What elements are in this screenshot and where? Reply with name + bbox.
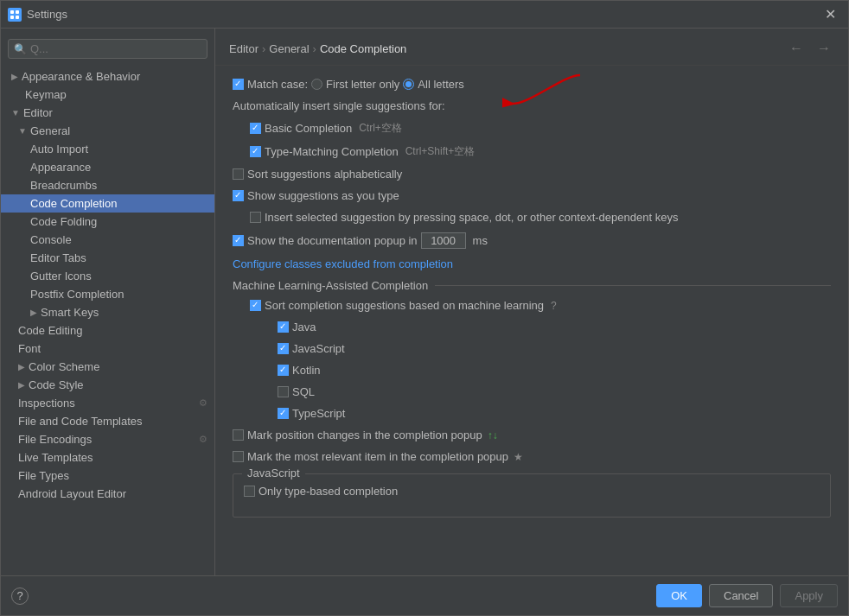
- sidebar-item-live-templates[interactable]: Live Templates: [1, 448, 214, 467]
- chevron-right-icon: ▶: [18, 362, 25, 372]
- cancel-button[interactable]: Cancel: [709, 584, 773, 607]
- search-input[interactable]: [30, 42, 201, 55]
- typescript-checkbox[interactable]: [278, 408, 289, 419]
- type-matching-label[interactable]: Type-Matching Completion: [265, 145, 399, 158]
- kotlin-row: Kotlin: [233, 364, 831, 377]
- footer-left: ?: [11, 587, 29, 605]
- sidebar-item-editor-tabs[interactable]: Editor Tabs: [1, 249, 214, 267]
- sidebar-item-editor[interactable]: ▼ Editor: [1, 104, 214, 122]
- sql-checkbox[interactable]: [278, 386, 289, 397]
- kotlin-label[interactable]: Kotlin: [292, 364, 321, 377]
- ml-section-line: [435, 285, 831, 286]
- insert-selected-checkbox[interactable]: [250, 212, 261, 223]
- popup-delay-input[interactable]: 1000: [421, 232, 466, 249]
- sidebar-item-label: Inspections: [18, 397, 75, 410]
- close-button[interactable]: ✕: [820, 4, 841, 24]
- chevron-down-icon: ▼: [18, 126, 27, 136]
- sidebar-item-keymap[interactable]: Keymap: [1, 86, 214, 104]
- javascript-label[interactable]: JavaScript: [292, 342, 345, 355]
- back-button[interactable]: ←: [786, 39, 807, 58]
- java-checkbox[interactable]: [278, 321, 289, 333]
- show-suggestions-row: Show suggestions as you type: [233, 189, 831, 202]
- sidebar-item-general[interactable]: ▼ General: [1, 122, 214, 140]
- sidebar-item-code-style[interactable]: ▶ Code Style: [1, 376, 214, 394]
- sidebar-item-color-scheme[interactable]: ▶ Color Scheme: [1, 358, 214, 376]
- kotlin-checkbox[interactable]: [278, 365, 289, 376]
- sidebar-item-code-editing[interactable]: Code Editing: [1, 321, 214, 340]
- basic-completion-checkbox[interactable]: [250, 123, 261, 134]
- type-matching-row: Type-Matching Completion Ctrl+Shift+空格: [233, 144, 831, 159]
- first-letter-radio[interactable]: [311, 79, 322, 90]
- sidebar-item-label: Appearance: [30, 161, 91, 174]
- sidebar-item-label: General: [30, 124, 70, 137]
- search-box[interactable]: 🔍: [8, 39, 207, 59]
- sidebar-item-code-folding[interactable]: Code Folding: [1, 213, 214, 231]
- sidebar-item-breadcrumbs[interactable]: Breadcrumbs: [1, 176, 214, 194]
- ml-section-header: Machine Learning-Assisted Completion: [233, 279, 831, 292]
- sidebar-item-file-code-templates[interactable]: File and Code Templates: [1, 412, 214, 430]
- main-body: Match case: First letter only All letter…: [215, 66, 848, 575]
- mark-relevant-label[interactable]: Mark the most relevant item in the compl…: [247, 450, 508, 463]
- breadcrumb-editor: Editor: [229, 42, 259, 55]
- configure-classes-link[interactable]: Configure classes excluded from completi…: [233, 257, 453, 270]
- sidebar-item-label: Code Completion: [30, 197, 117, 210]
- auto-insert-label: Automatically insert single suggestions …: [233, 99, 445, 112]
- sidebar-item-smart-keys[interactable]: ▶ Smart Keys: [1, 303, 214, 321]
- only-type-based-checkbox[interactable]: [244, 486, 255, 497]
- forward-button[interactable]: →: [814, 39, 834, 58]
- sidebar-item-inspections[interactable]: Inspections ⚙: [1, 394, 214, 412]
- help-button[interactable]: ?: [11, 587, 29, 605]
- sidebar-item-file-types[interactable]: File Types: [1, 467, 214, 485]
- question-icon[interactable]: ?: [551, 300, 557, 312]
- sidebar-item-font[interactable]: Font: [1, 340, 214, 358]
- sidebar-item-postfix-completion[interactable]: Postfix Completion: [1, 285, 214, 303]
- mark-position-label[interactable]: Mark position changes in the completion …: [247, 429, 482, 441]
- java-label[interactable]: Java: [292, 321, 316, 333]
- show-suggestions-label[interactable]: Show suggestions as you type: [247, 189, 399, 202]
- only-type-based-label[interactable]: Only type-based completion: [259, 485, 398, 498]
- breadcrumb-sep1: ›: [262, 42, 265, 55]
- color-arrows-icon: ↑↓: [488, 429, 498, 441]
- typescript-label[interactable]: TypeScript: [292, 407, 345, 420]
- sidebar-item-console[interactable]: Console: [1, 231, 214, 249]
- ok-button[interactable]: OK: [656, 584, 702, 607]
- chevron-right-icon: ▶: [30, 308, 37, 317]
- show-doc-popup-checkbox[interactable]: [233, 235, 244, 246]
- basic-completion-label[interactable]: Basic Completion: [265, 122, 352, 135]
- sort-ml-label[interactable]: Sort completion suggestions based on mac…: [265, 299, 544, 312]
- sort-alpha-label[interactable]: Sort suggestions alphabetically: [247, 168, 402, 181]
- type-matching-checkbox[interactable]: [250, 146, 261, 157]
- chevron-down-icon: ▼: [11, 108, 20, 117]
- svg-rect-2: [10, 16, 14, 19]
- svg-rect-1: [16, 10, 19, 14]
- sort-alpha-checkbox[interactable]: [233, 168, 244, 180]
- sort-ml-checkbox[interactable]: [250, 300, 261, 311]
- sidebar-item-gutter-icons[interactable]: Gutter Icons: [1, 267, 214, 285]
- mark-relevant-checkbox[interactable]: [233, 451, 244, 462]
- match-case-label[interactable]: Match case:: [247, 78, 308, 91]
- sidebar-item-label: Font: [18, 342, 41, 355]
- sidebar-item-file-encodings[interactable]: File Encodings ⚙: [1, 430, 214, 448]
- breadcrumb-code-completion: Code Completion: [320, 42, 406, 55]
- show-doc-popup-label[interactable]: Show the documentation popup in: [247, 234, 418, 247]
- settings-window: Settings ✕ 🔍 ▶ Appearance & Behavior Key…: [0, 0, 849, 616]
- match-case-checkbox[interactable]: [233, 79, 244, 90]
- basic-completion-row: Basic Completion Ctrl+空格: [233, 121, 831, 136]
- apply-button[interactable]: Apply: [780, 584, 838, 607]
- sidebar-item-appearance[interactable]: Appearance: [1, 158, 214, 176]
- show-suggestions-checkbox[interactable]: [233, 190, 244, 201]
- sidebar-item-label: Editor: [23, 106, 53, 119]
- star-icon: ★: [514, 451, 523, 463]
- all-letters-radio[interactable]: [403, 79, 414, 90]
- sidebar-item-android-layout-editor[interactable]: Android Layout Editor: [1, 485, 214, 503]
- insert-selected-row: Insert selected suggestion by pressing s…: [233, 211, 831, 224]
- sql-label[interactable]: SQL: [292, 385, 315, 398]
- javascript-checkbox[interactable]: [278, 343, 289, 354]
- sidebar-item-label: Android Layout Editor: [18, 487, 126, 500]
- sidebar-item-code-completion[interactable]: Code Completion: [1, 194, 214, 213]
- mark-position-checkbox[interactable]: [233, 429, 244, 441]
- sidebar-item-label: Appearance & Behavior: [22, 70, 140, 83]
- insert-selected-label[interactable]: Insert selected suggestion by pressing s…: [265, 211, 678, 224]
- sidebar-item-auto-import[interactable]: Auto Import: [1, 140, 214, 158]
- sidebar-item-appearance-behavior[interactable]: ▶ Appearance & Behavior: [1, 67, 214, 86]
